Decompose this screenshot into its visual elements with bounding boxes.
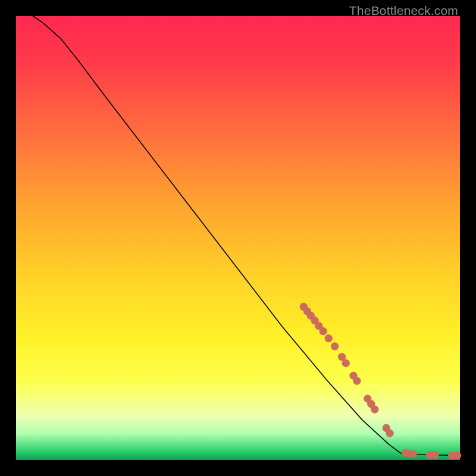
data-dot [386,430,393,437]
data-dot [453,452,461,459]
data-dots [300,303,461,459]
curve-layer [16,16,460,460]
data-dot [431,452,439,459]
data-dot [342,359,349,367]
watermark-text: TheBottleneck.com [349,4,458,18]
bottleneck-curve [33,16,460,456]
data-dot [320,328,327,335]
data-dot [331,343,338,350]
plot-area [16,16,460,460]
data-dot [353,377,361,384]
data-dot [409,450,416,458]
data-dot [371,406,378,413]
chart-frame: TheBottleneck.com [0,0,476,476]
data-dot [325,334,332,342]
